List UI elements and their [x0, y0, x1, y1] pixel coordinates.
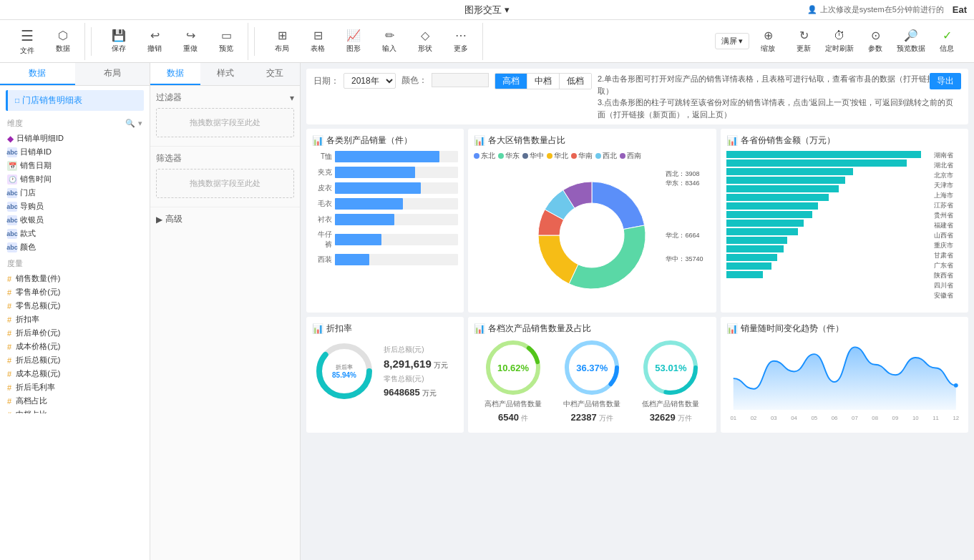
grade-tab-mid[interactable]: 中档	[527, 74, 560, 89]
preview-data-button[interactable]: 🔎 预览数据	[894, 23, 928, 60]
advanced-header[interactable]: ▶ 高级	[156, 213, 294, 225]
province-label: 四川省	[934, 281, 963, 290]
middle-tabs: 数据 样式 交互	[150, 63, 300, 86]
preview-icon: ▭	[221, 29, 232, 42]
layout-button[interactable]: ⊞ 布局	[265, 23, 299, 60]
bar-track	[335, 167, 458, 178]
dim-field-颜色[interactable]: abc颜色	[0, 240, 150, 254]
measure-field-折后单价(元)[interactable]: #折后单价(元)	[0, 326, 150, 340]
dim-field-款式[interactable]: abc款式	[0, 227, 150, 240]
svg-text:折后率: 折后率	[336, 364, 353, 370]
measure-field-销售数量(件)[interactable]: #销售数量(件)	[0, 272, 150, 285]
search-icon[interactable]: 🔍	[125, 119, 135, 128]
redo-button[interactable]: ↪ 重做	[173, 23, 208, 60]
legend-西北: 西北	[595, 151, 617, 161]
shape-button[interactable]: ◇ 形状	[408, 23, 442, 60]
table-item[interactable]: □ 门店销售明细表	[6, 90, 144, 111]
color-label: 颜色：	[401, 74, 427, 87]
timer-button[interactable]: ⏱ 定时刷新	[822, 23, 857, 60]
measure-field-零售单价(元)[interactable]: #零售单价(元)	[0, 285, 150, 299]
dim-field-销售日期[interactable]: 📅销售日期	[0, 159, 150, 172]
grade-tab-high[interactable]: 高档	[495, 74, 527, 89]
date-select[interactable]: 2018年	[344, 73, 396, 89]
color-box[interactable]	[432, 73, 489, 87]
circle-count-row: 32629 万件	[650, 412, 693, 423]
table-button[interactable]: ⊟ 表格	[301, 23, 335, 60]
refresh-button[interactable]: ↻ 更新	[786, 23, 821, 60]
province-bar	[726, 220, 804, 227]
zoom-button[interactable]: ⊕ 缩放	[751, 23, 785, 60]
refresh-icon: ↻	[799, 29, 809, 42]
input-button[interactable]: ✏ 输入	[372, 23, 406, 60]
filter-label: 过滤器	[156, 92, 182, 104]
measure-field-成本总额(元)[interactable]: #成本总额(元)	[0, 367, 150, 380]
filter-expand-icon[interactable]: ▾	[290, 93, 294, 103]
middle-tab-style[interactable]: 样式	[200, 63, 250, 85]
data-button[interactable]: ⬡ 数据	[46, 23, 80, 60]
chart5-title: 📊 各档次产品销售数量及占比	[474, 323, 711, 335]
province-row	[726, 220, 932, 227]
measure-label: 度量	[7, 258, 23, 269]
more-button[interactable]: ⋯ 更多	[444, 23, 478, 60]
measure-field-高档占比[interactable]: #高档占比	[0, 394, 150, 408]
bar-track	[335, 254, 458, 265]
dim-field-日销单明细ID[interactable]: ◆日销单明细ID	[0, 132, 150, 145]
bar-fill	[335, 198, 403, 210]
data-icon: ⬡	[58, 29, 68, 42]
measure-field-中档占比[interactable]: #中档占比	[0, 408, 150, 413]
chart-button[interactable]: 📈 图形	[336, 23, 371, 60]
toolbar-group-charts: ⊞ 布局 ⊟ 表格 📈 图形 ✏ 输入 ◇ 形状 ⋯ 更多	[260, 23, 483, 60]
chart2-title: 📊 各大区销售数量占比	[474, 134, 711, 147]
main-layout: 数据 布局 □ 门店销售明细表 维度 🔍 ▾ ◆日销单明细IDabc日销单ID📅…	[0, 63, 974, 560]
left-tab-layout[interactable]: 布局	[75, 63, 150, 85]
expand-icon[interactable]: ▾	[138, 119, 142, 128]
charts-row-1: 📊 各类别产品销量（件） T恤 夹克 皮衣 毛衣 衬衣 牛仔裤	[306, 129, 968, 313]
province-bar	[726, 271, 764, 278]
province-bar	[726, 254, 778, 261]
province-label: 天津市	[934, 181, 963, 190]
province-row	[726, 237, 932, 244]
dashboard: 日期： 2018年 颜色： 高档 中档	[306, 69, 968, 433]
file-button[interactable]: ☰ 文件	[10, 23, 44, 60]
save-icon: 💾	[112, 29, 126, 42]
dim-field-收银员[interactable]: abc收银员	[0, 213, 150, 227]
fullscreen-button[interactable]: 满屏 ▾	[715, 33, 749, 49]
info-button[interactable]: ✓ 信息	[930, 23, 964, 60]
province-bar	[726, 159, 907, 167]
province-label: 福建省	[934, 221, 963, 230]
export-button[interactable]: 导出	[930, 73, 961, 89]
measure-field-折后毛利率[interactable]: #折后毛利率	[0, 380, 150, 394]
measure-field-成本价格(元)[interactable]: #成本价格(元)	[0, 340, 150, 353]
measure-field-折后总额(元)[interactable]: #折后总额(元)	[0, 353, 150, 367]
preview-button[interactable]: ▭ 预览	[209, 23, 243, 60]
middle-tab-interact[interactable]: 交互	[250, 63, 300, 85]
province-chart: 湖南省湖北省北京市天津市上海市江苏省贵州省福建省山西省重庆市甘肃省广东省陕西省四…	[726, 151, 963, 300]
grade-tab-low[interactable]: 低档	[560, 74, 591, 89]
province-bar	[726, 177, 845, 184]
eat-label: Eat	[953, 4, 967, 15]
middle-tab-data[interactable]: 数据	[150, 63, 200, 85]
save-button[interactable]: 💾 保存	[102, 23, 136, 60]
bar-label: 衬衣	[312, 215, 332, 225]
circle-unit: 万件	[599, 414, 613, 422]
bar-label: 毛衣	[312, 199, 332, 209]
bar-fill	[335, 167, 415, 178]
title-dropdown-icon[interactable]: ▾	[505, 4, 510, 15]
province-label: 贵州省	[934, 211, 963, 220]
left-tab-data[interactable]: 数据	[0, 63, 75, 85]
dim-field-门店[interactable]: abc门店	[0, 186, 150, 200]
undo-button[interactable]: ↩ 撤销	[137, 23, 172, 60]
measure-field-折扣率[interactable]: #折扣率	[0, 313, 150, 326]
chart1-title: 📊 各类别产品销量（件）	[312, 134, 458, 147]
province-bar	[726, 185, 839, 192]
dim-field-导购员[interactable]: abc导购员	[0, 200, 150, 213]
dim-field-日销单ID[interactable]: abc日销单ID	[0, 145, 150, 159]
filter2-header: 筛选器	[156, 152, 294, 164]
svg-text:07: 07	[852, 415, 858, 421]
measure-field-零售总额(元)[interactable]: #零售总额(元)	[0, 299, 150, 313]
province-row	[726, 245, 932, 252]
legend-华东: 华东	[498, 151, 520, 161]
toolbar-divider-2	[254, 27, 255, 56]
params-button[interactable]: ⊙ 参数	[858, 23, 892, 60]
dim-field-销售时间[interactable]: 🕐销售时间	[0, 172, 150, 186]
